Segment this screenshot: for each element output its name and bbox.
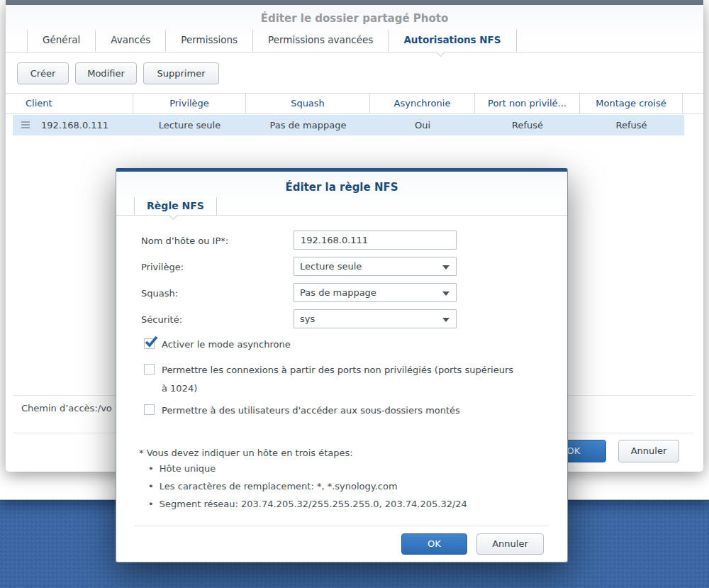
- checkmark-icon: [144, 335, 159, 349]
- note-item: Hôte unique: [148, 463, 467, 474]
- subfolder-access-checkbox-label[interactable]: Permettre à des utilisateurs d'accéder a…: [162, 401, 516, 420]
- note-intro: * Vous devez indiquer un hôte en trois é…: [139, 448, 353, 458]
- security-label: Sécurité:: [141, 314, 182, 325]
- nonpriv-ports-checkbox[interactable]: [144, 364, 155, 375]
- hostname-input[interactable]: [294, 231, 457, 250]
- modal-tab-underline: [116, 215, 567, 216]
- note-item: Les caractères de remplacement: *, *.syn…: [148, 481, 467, 492]
- mount-path-text: Chemin d’accès:/vo: [21, 403, 112, 414]
- column-header-squash[interactable]: Squash: [246, 94, 370, 113]
- squash-label: Squash:: [141, 288, 178, 299]
- drag-handle-icon[interactable]: [21, 121, 30, 129]
- dialog-cancel-button[interactable]: Annuler: [618, 440, 679, 462]
- note-item: Segment réseau: 203.74.205.32/255.255.25…: [148, 499, 467, 509]
- cell-client: 192.168.0.111: [13, 115, 133, 135]
- modal-cancel-button[interactable]: Annuler: [476, 533, 544, 555]
- tab-avances[interactable]: Avancés: [95, 30, 165, 52]
- async-checkbox[interactable]: [144, 338, 155, 349]
- tab-underline: [6, 52, 703, 52]
- tab-bar: Général Avancés Permissions Permissions …: [27, 30, 517, 52]
- create-button[interactable]: Créer: [17, 62, 69, 84]
- privilege-value: Lecture seule: [300, 261, 362, 272]
- tab-permissions-avancees[interactable]: Permissions avancées: [252, 30, 388, 52]
- subfolder-access-checkbox[interactable]: [144, 404, 155, 415]
- cell-client-value: 192.168.0.111: [41, 120, 108, 131]
- table-row-selected[interactable]: 192.168.0.111 Lecture seule Pas de mappa…: [13, 115, 684, 135]
- modal-ok-button[interactable]: OK: [401, 533, 467, 555]
- column-header-client[interactable]: Client: [6, 94, 133, 113]
- privilege-select[interactable]: Lecture seule: [294, 257, 457, 276]
- tab-general[interactable]: Général: [27, 30, 95, 52]
- column-header-montage[interactable]: Montage croisé: [580, 94, 683, 113]
- security-select[interactable]: sys: [294, 309, 457, 328]
- column-header-port[interactable]: Port non privilé...: [475, 94, 580, 113]
- modal-title: Éditer la règle NFS: [116, 181, 567, 194]
- dialog-title: Éditer le dossier partagé Photo: [6, 12, 703, 25]
- cell-squash: Pas de mappage: [246, 115, 370, 135]
- cell-port: Refusé: [475, 115, 580, 135]
- dialog-top-strip: [6, 0, 703, 5]
- cell-asynchronie: Oui: [370, 115, 475, 135]
- async-checkbox-label[interactable]: Activer le mode asynchrone: [162, 335, 516, 354]
- chevron-down-icon: [442, 292, 450, 296]
- tab-autorisations-nfs[interactable]: Autorisations NFS: [388, 30, 516, 52]
- nfs-table-header: Client Privilège Squash Asynchronie Port…: [6, 93, 703, 114]
- chevron-down-icon: [442, 318, 450, 322]
- nfs-rule-modal: Éditer la règle NFS Règle NFS Nom d’hôte…: [116, 168, 568, 562]
- chevron-down-icon: [442, 265, 450, 270]
- footer-divider: [134, 526, 549, 526]
- tab-permissions[interactable]: Permissions: [165, 30, 252, 52]
- squash-value: Pas de mappage: [300, 287, 376, 298]
- privilege-label: Privilège:: [141, 262, 184, 272]
- column-header-asynchronie[interactable]: Asynchronie: [370, 94, 475, 113]
- hostname-label: Nom d’hôte ou IP*:: [141, 235, 228, 246]
- squash-select[interactable]: Pas de mappage: [294, 283, 457, 302]
- cell-privilege: Lecture seule: [133, 115, 246, 135]
- column-header-privilege[interactable]: Privilège: [133, 94, 246, 113]
- cell-montage: Refusé: [580, 115, 683, 135]
- nonpriv-ports-checkbox-label[interactable]: Permettre les connexions à partir des po…: [162, 361, 516, 398]
- modify-button[interactable]: Modifier: [75, 62, 137, 84]
- delete-button[interactable]: Supprimer: [143, 62, 219, 84]
- note-list: Hôte unique Les caractères de remplaceme…: [148, 463, 467, 516]
- security-value: sys: [300, 314, 315, 324]
